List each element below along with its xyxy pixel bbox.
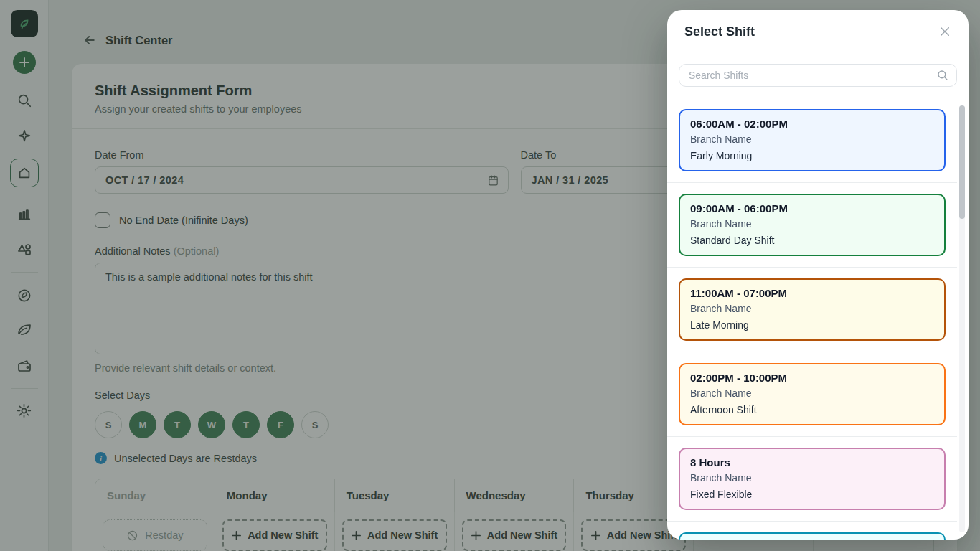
shift-branch: Branch Name — [690, 133, 934, 145]
shift-branch: Branch Name — [690, 303, 934, 314]
shift-time: 02:00PM - 10:00PM — [690, 372, 934, 384]
shift-list-item: 8 Hours Branch Name Fixed Flexible — [667, 437, 957, 522]
shift-list-item: 06:00AM - 02:00PM Branch Name Early Morn… — [667, 98, 957, 183]
shift-branch: Branch Name — [690, 218, 934, 230]
shift-branch: Branch Name — [690, 387, 934, 399]
shift-name: Late Morning — [690, 319, 934, 331]
shift-list: 06:00AM - 02:00PM Branch Name Early Morn… — [667, 98, 969, 540]
shift-list-item: 11:00AM - 07:00PM Branch Name Late Morni… — [667, 268, 957, 352]
select-shift-modal: Select Shift 06:00AM - 02:00PM Branch Na… — [667, 10, 969, 540]
shift-card[interactable]: 06:00AM - 02:00PM Branch Name Early Morn… — [679, 109, 946, 171]
shift-time: 06:00AM - 02:00PM — [690, 118, 934, 130]
shift-card[interactable]: 11:00PM - 07:00AM Branch Name — [679, 532, 946, 540]
shift-name: Early Morning — [690, 150, 934, 161]
shift-name: Standard Day Shift — [690, 235, 934, 246]
shift-card[interactable]: 09:00AM - 06:00PM Branch Name Standard D… — [679, 194, 946, 256]
shift-card[interactable]: 11:00AM - 07:00PM Branch Name Late Morni… — [679, 278, 946, 341]
scrollbar-thumb[interactable] — [959, 105, 965, 219]
scrollbar-track[interactable] — [959, 105, 965, 532]
shift-list-item: 11:00PM - 07:00AM Branch Name — [667, 522, 957, 540]
shift-time: 11:00AM - 07:00PM — [690, 287, 934, 299]
shift-card[interactable]: 8 Hours Branch Name Fixed Flexible — [679, 448, 946, 510]
modal-header: Select Shift — [667, 10, 969, 52]
shift-list-item: 09:00AM - 06:00PM Branch Name Standard D… — [667, 183, 957, 268]
shift-list-item: 02:00PM - 10:00PM Branch Name Afternoon … — [667, 352, 957, 437]
close-icon — [938, 25, 951, 38]
shift-name: Fixed Flexible — [690, 489, 934, 500]
search-shifts-input[interactable] — [679, 64, 957, 87]
shift-time: 09:00AM - 06:00PM — [690, 202, 934, 215]
modal-title: Select Shift — [684, 24, 755, 39]
shift-time: 8 Hours — [690, 456, 934, 468]
search-section — [667, 52, 969, 98]
close-button[interactable] — [936, 22, 954, 41]
search-icon — [936, 69, 949, 82]
shift-branch: Branch Name — [690, 472, 934, 484]
shift-name: Afternoon Shift — [690, 404, 934, 415]
shift-card[interactable]: 02:00PM - 10:00PM Branch Name Afternoon … — [679, 363, 946, 425]
